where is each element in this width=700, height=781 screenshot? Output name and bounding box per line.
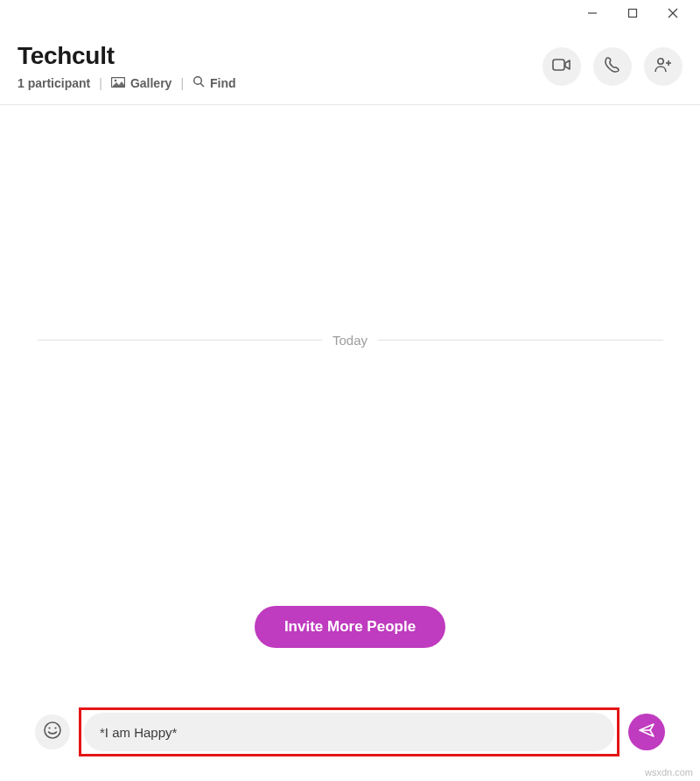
phone-icon [604,56,621,77]
add-participant-button[interactable] [644,47,682,86]
date-divider: Today [37,333,663,348]
svg-point-9 [658,59,663,64]
smiley-icon [43,721,62,743]
svg-rect-8 [553,60,564,70]
date-label: Today [332,333,368,348]
header-actions [542,42,682,86]
participants-link[interactable]: 1 participant [18,76,90,90]
message-input[interactable] [84,713,614,751]
svg-point-13 [48,727,50,728]
close-button[interactable] [653,0,693,26]
chat-title[interactable]: Techcult [18,42,236,70]
gallery-link[interactable]: Gallery [111,76,172,90]
separator: | [180,76,184,90]
send-button[interactable] [628,714,665,750]
find-label: Find [210,76,236,90]
svg-point-14 [54,727,56,728]
find-link[interactable]: Find [192,75,236,90]
invite-label: Invite More People [284,618,416,636]
gallery-label: Gallery [130,76,172,90]
divider-line [378,340,663,341]
person-add-icon [654,57,673,76]
maximize-button[interactable] [612,0,653,26]
minimize-button[interactable] [572,0,612,26]
video-call-button[interactable] [542,47,581,86]
audio-call-button[interactable] [593,47,632,86]
divider-line [37,340,322,341]
send-icon [638,721,655,742]
svg-rect-1 [629,10,637,18]
chat-subheader: 1 participant | Gallery | Find [18,75,236,90]
header-info: Techcult 1 participant | Gallery | Find [18,42,236,90]
message-composer [0,707,700,781]
svg-point-12 [45,722,60,738]
chat-body: Today Invite More People [0,105,700,707]
emoji-button[interactable] [35,714,70,749]
composer-highlight [79,707,620,756]
svg-point-5 [115,79,117,81]
invite-more-people-button[interactable]: Invite More People [255,606,445,648]
svg-point-6 [194,77,202,85]
window-titlebar [0,0,700,26]
participants-label: 1 participant [18,76,90,90]
svg-line-7 [200,83,204,87]
watermark: wsxdn.com [645,767,693,777]
video-icon [552,58,571,75]
search-icon [192,75,205,90]
gallery-icon [111,76,125,90]
separator: | [99,76,102,90]
chat-header: Techcult 1 participant | Gallery | Find [0,26,700,105]
